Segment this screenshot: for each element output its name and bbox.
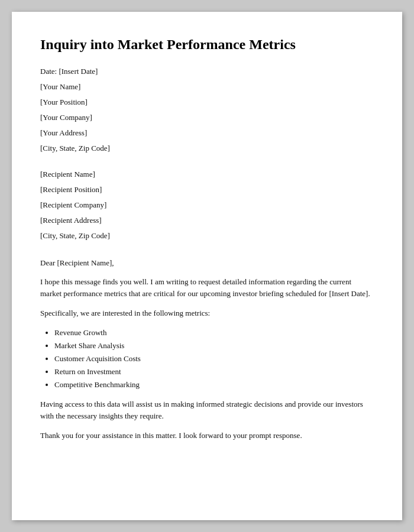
closing-paragraph-2: Thank you for your assistance in this ma… <box>40 430 374 442</box>
sender-company: [Your Company] <box>40 113 374 122</box>
recipient-name: [Recipient Name] <box>40 170 374 179</box>
recipient-address: [Recipient Address] <box>40 216 374 225</box>
list-item: Customer Acquisition Costs <box>54 352 374 365</box>
metrics-list: Revenue GrowthMarket Share AnalysisCusto… <box>54 326 374 391</box>
letter-page: Inquiry into Market Performance Metrics … <box>12 12 402 520</box>
date-field: Date: [Insert Date] <box>40 67 374 76</box>
list-item: Revenue Growth <box>54 326 374 339</box>
salutation: Dear [Recipient Name], <box>40 257 374 269</box>
list-item: Market Share Analysis <box>54 339 374 352</box>
recipient-company: [Recipient Company] <box>40 200 374 210</box>
sender-name: [Your Name] <box>40 82 374 92</box>
recipient-position: [Recipient Position] <box>40 185 374 194</box>
letter-title: Inquiry into Market Performance Metrics <box>40 35 374 54</box>
sender-city-state-zip: [City, State, Zip Code] <box>40 144 374 153</box>
sender-position: [Your Position] <box>40 98 374 107</box>
list-item: Return on Investment <box>54 365 374 378</box>
sender-address: [Your Address] <box>40 128 374 138</box>
closing-paragraph-1: Having access to this data will assist u… <box>40 398 374 422</box>
list-item: Competitive Benchmarking <box>54 378 374 391</box>
metrics-intro: Specifically, we are interested in the f… <box>40 307 374 319</box>
intro-paragraph: I hope this message finds you well. I am… <box>40 276 374 300</box>
recipient-city-state-zip: [City, State, Zip Code] <box>40 231 374 241</box>
